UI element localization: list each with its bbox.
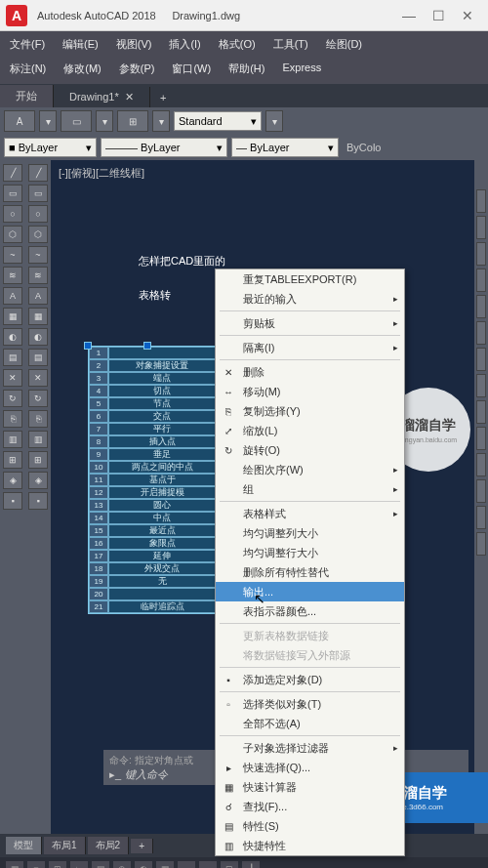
menu-item[interactable]: 参数(P)	[117, 60, 157, 78]
ctx-remove[interactable]: 删除所有特性替代	[216, 562, 404, 582]
ctx-rowsize[interactable]: 均匀调整行大小	[216, 543, 404, 562]
status-button[interactable]: ╋	[242, 861, 260, 868]
status-button[interactable]: —	[178, 861, 195, 868]
tab-start[interactable]: 开始	[0, 85, 54, 107]
table-row[interactable]: 16象限点	[89, 537, 216, 550]
tool-button[interactable]: ⊞	[3, 451, 22, 469]
model-tab[interactable]: 模型	[6, 837, 42, 854]
nav-button[interactable]	[476, 453, 486, 476]
status-button[interactable]: ▪	[199, 861, 217, 868]
nav-button[interactable]	[476, 400, 486, 424]
ctx-clipboard[interactable]: 剪贴板▸	[216, 313, 404, 333]
nav-button[interactable]	[476, 532, 486, 556]
tool-button[interactable]: ○	[3, 205, 22, 223]
tool-button[interactable]: ╱	[3, 164, 22, 182]
menu-item[interactable]: 修改(M)	[61, 60, 103, 78]
status-button[interactable]: ⊡	[221, 861, 238, 868]
tool-button[interactable]: ≋	[28, 267, 48, 284]
ribbon-dd-2[interactable]: ▾	[96, 110, 113, 132]
tool-button[interactable]: ▪	[3, 492, 22, 510]
new-tab-button[interactable]: +	[150, 88, 176, 107]
status-button[interactable]: ∟	[70, 861, 88, 868]
table-row[interactable]: 10两点之间的中点	[89, 461, 216, 474]
viewport-label[interactable]: [-][俯视][二维线框]	[59, 166, 144, 181]
nav-button[interactable]	[476, 269, 486, 292]
table-row[interactable]: 9垂足	[89, 448, 216, 461]
menu-item[interactable]: 编辑(E)	[61, 35, 101, 54]
tool-button[interactable]: ▥	[3, 431, 22, 448]
status-button[interactable]: ◐	[135, 861, 152, 868]
menu-item[interactable]: 标注(N)	[8, 60, 48, 78]
table-row[interactable]: 4切点	[89, 385, 216, 397]
menu-item[interactable]: 窗口(W)	[170, 60, 213, 78]
menu-item[interactable]: 文件(F)	[8, 35, 47, 54]
tab-drawing[interactable]: Drawing1* ✕	[54, 87, 150, 107]
ctx-group[interactable]: 组▸	[216, 479, 404, 499]
table-row[interactable]: 2对象捕捉设置	[89, 359, 216, 372]
table-row[interactable]: 7平行	[89, 423, 216, 435]
ctx-scale[interactable]: ⤢缩放(L)	[216, 421, 404, 440]
tool-button[interactable]: ◐	[28, 328, 48, 346]
ctx-colsize[interactable]: 均匀调整列大小	[216, 523, 404, 543]
menu-item[interactable]: 格式(O)	[217, 35, 258, 54]
tool-button[interactable]: ▤	[28, 349, 48, 366]
nav-button[interactable]	[476, 321, 486, 345]
ctx-find[interactable]: ☌查找(F)...	[216, 797, 404, 816]
tool-button[interactable]: ▥	[28, 431, 48, 448]
tool-button[interactable]: ▭	[28, 185, 48, 202]
tool-button[interactable]: ⎘	[3, 410, 22, 428]
ribbon-btn-3[interactable]: ⊞	[117, 110, 148, 132]
ctx-qsel[interactable]: ▸快速选择(Q)...	[216, 758, 404, 777]
status-button[interactable]: ≡	[27, 861, 45, 868]
grip-1[interactable]	[84, 342, 92, 350]
cad-table[interactable]: 12对象捕捉设置3端点4切点5节点6交点7平行8插入点9垂足10两点之间的中点1…	[88, 346, 217, 614]
ctx-desel[interactable]: 全部不选(A)	[216, 714, 404, 733]
menu-item[interactable]: Express	[280, 60, 323, 78]
status-button[interactable]: ▤	[92, 861, 109, 868]
ctx-rotate[interactable]: ↻旋转(O)	[216, 440, 404, 460]
table-row[interactable]: 11基点于	[89, 474, 216, 486]
table-row[interactable]: 13圆心	[89, 499, 216, 512]
status-button[interactable]: ▦	[156, 861, 174, 868]
ctx-recent[interactable]: 最近的输入▸	[216, 289, 404, 309]
ribbon-btn-4[interactable]: ▾	[265, 110, 283, 132]
ctx-export[interactable]: 输出...	[216, 582, 404, 601]
layout1-tab[interactable]: 布局1	[44, 837, 86, 854]
add-layout-button[interactable]: +	[131, 839, 153, 853]
table-row[interactable]: 20	[89, 588, 216, 600]
tool-button[interactable]: ▪	[28, 492, 48, 510]
nav-button[interactable]	[476, 242, 486, 266]
ctx-isolate[interactable]: 隔离(I)▸	[216, 338, 404, 357]
tool-button[interactable]: ▦	[28, 308, 48, 325]
ctx-order[interactable]: 绘图次序(W)▸	[216, 460, 404, 479]
tool-button[interactable]: ~	[28, 246, 48, 264]
menu-item[interactable]: 插入(I)	[167, 35, 202, 54]
nav-button[interactable]	[476, 295, 486, 318]
maximize-button[interactable]: ☐	[424, 4, 453, 27]
nav-button[interactable]	[476, 506, 486, 529]
table-row[interactable]: 8插入点	[89, 435, 216, 448]
ctx-selsim[interactable]: ▫选择类似对象(T)	[216, 694, 404, 714]
table-row[interactable]: 3端点	[89, 372, 216, 385]
table-row[interactable]: 21临时追踪点	[89, 600, 216, 613]
ctx-qprops[interactable]: ▥快捷特性	[216, 836, 404, 855]
ctx-move[interactable]: ↔移动(M)	[216, 382, 404, 401]
tool-button[interactable]: ~	[3, 246, 22, 264]
status-button[interactable]: ⊕	[113, 861, 131, 868]
tool-button[interactable]: ⎘	[28, 410, 48, 428]
ctx-tblstyle[interactable]: 表格样式▸	[216, 504, 404, 523]
ctx-copy[interactable]: ⎘复制选择(Y)	[216, 401, 404, 421]
ctx-props[interactable]: ▤特性(S)	[216, 816, 404, 836]
ribbon-btn-2[interactable]: ▭	[61, 110, 92, 132]
menu-item[interactable]: 绘图(D)	[324, 35, 364, 54]
style-dropdown[interactable]: Standard▾	[174, 111, 262, 131]
table-row[interactable]: 18外观交点	[89, 562, 216, 575]
tool-button[interactable]: ╱	[28, 164, 48, 182]
tool-button[interactable]: ⬡	[28, 226, 48, 243]
minimize-button[interactable]: —	[394, 4, 424, 27]
ctx-addsel[interactable]: ▪添加选定对象(D)	[216, 670, 404, 689]
nav-button[interactable]	[476, 348, 486, 371]
nav-button[interactable]	[476, 189, 486, 213]
table-row[interactable]: 19无	[89, 575, 216, 588]
ribbon-dd-3[interactable]: ▾	[152, 110, 170, 132]
